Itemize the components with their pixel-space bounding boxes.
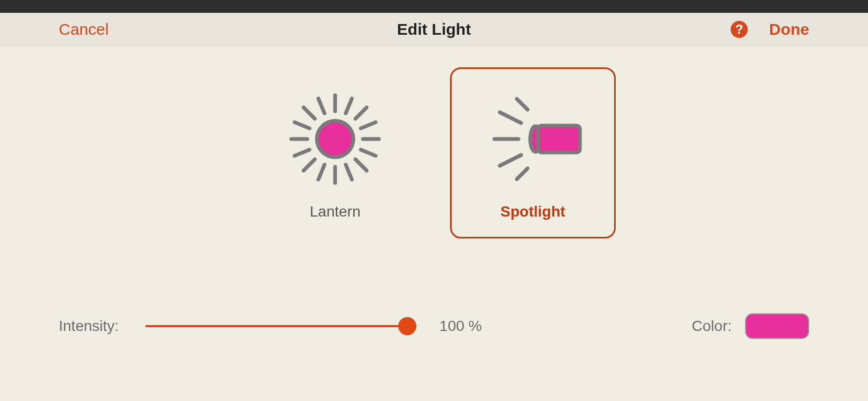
- intensity-value: 100 %: [439, 318, 482, 335]
- intensity-slider[interactable]: [145, 318, 407, 334]
- svg-rect-23: [538, 126, 580, 152]
- light-type-spotlight[interactable]: Spotlight: [450, 67, 616, 238]
- light-type-options: Lantern Spotlight: [252, 67, 616, 238]
- svg-line-11: [361, 150, 376, 156]
- header-right-controls: ? Done: [731, 20, 809, 38]
- svg-point-0: [317, 121, 353, 157]
- svg-line-12: [346, 165, 352, 180]
- svg-line-16: [319, 98, 324, 113]
- svg-line-13: [319, 165, 324, 180]
- done-button[interactable]: Done: [769, 20, 809, 38]
- page-title: Edit Light: [397, 20, 471, 38]
- top-dark-bar: [0, 0, 868, 13]
- spotlight-icon: [479, 86, 586, 192]
- slider-thumb[interactable]: [398, 317, 416, 335]
- svg-line-20: [500, 155, 521, 166]
- svg-line-17: [517, 99, 528, 110]
- slider-track: [145, 325, 407, 327]
- svg-line-8: [355, 107, 367, 119]
- color-section: Color:: [692, 313, 809, 339]
- intensity-label: Intensity:: [59, 318, 119, 335]
- content-area: Lantern Spotlight Intensi: [0, 46, 868, 339]
- header-bar: Cancel Edit Light ? Done: [0, 13, 868, 46]
- lantern-label: Lantern: [310, 203, 361, 220]
- svg-line-10: [361, 122, 376, 128]
- cancel-button[interactable]: Cancel: [59, 20, 108, 38]
- spotlight-label: Spotlight: [500, 203, 565, 220]
- lantern-icon: [282, 86, 389, 192]
- help-icon[interactable]: ?: [731, 21, 748, 38]
- color-swatch[interactable]: [745, 313, 809, 339]
- controls-row: Intensity: 100 % Color:: [0, 313, 868, 339]
- svg-line-18: [500, 112, 521, 123]
- svg-line-14: [294, 150, 309, 156]
- svg-line-6: [355, 159, 367, 171]
- light-type-lantern[interactable]: Lantern: [252, 67, 418, 238]
- svg-line-5: [304, 107, 315, 119]
- svg-line-9: [346, 98, 352, 113]
- svg-line-21: [517, 168, 528, 179]
- color-label: Color:: [692, 318, 732, 335]
- svg-line-15: [294, 122, 309, 128]
- svg-line-7: [304, 159, 315, 171]
